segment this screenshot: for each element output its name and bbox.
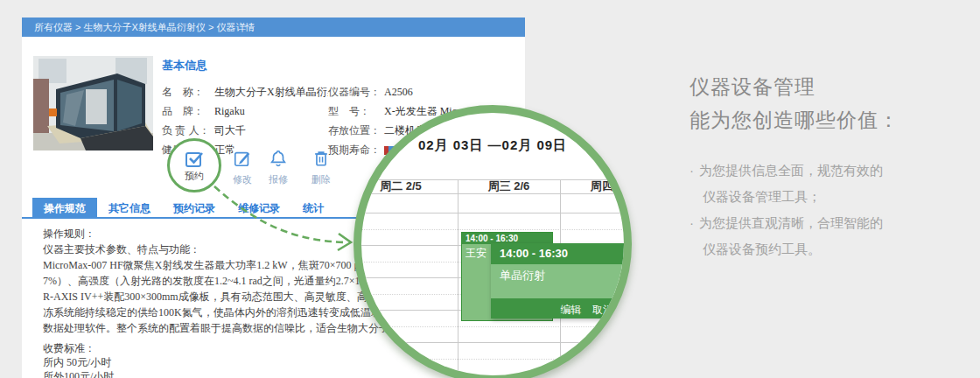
pricing-internal: 所内 50元/小时 [43,355,114,369]
bullet-2-line-2: 仪器设备预约工具。 [690,236,980,262]
model-label: 型 号： [328,104,384,119]
day-header-thu: 周四 2/7 [560,179,624,193]
bullet-2-line-1: ·为您提供直观清晰，合理智能的 [690,210,980,236]
day-header-tue: 周二 2/5 [361,179,458,193]
manager-label: 负 责 人： [162,123,214,138]
bell-icon [269,149,288,168]
pricing-block: 收费标准： 所内 50元/小时 所外100元/小时 [43,341,114,378]
panel-title-line1: 仪器设备管理 [690,70,980,103]
modify-button-label: 修改 [225,173,260,186]
reserve-button[interactable]: 预约 [167,138,221,192]
name-label: 名 称： [162,85,214,100]
delete-button-label: 删除 [304,173,339,186]
panel-title-line2: 能为您创造哪些价值： [690,103,980,136]
repair-button[interactable]: 报修 [261,149,296,186]
calendar-gridline [361,179,624,180]
popup-title: 单晶衍射 [491,264,624,298]
trash-icon [312,149,331,168]
bullet-1-line-2: 仪器设备管理工具； [690,184,980,210]
tab-other-info[interactable]: 其它信息 [97,198,162,217]
brand-value: Rigaku [214,105,328,118]
repair-button-label: 报修 [261,173,296,186]
pricing-external: 所外100元/小时 [43,369,114,378]
pricing-title: 收费标准： [43,341,114,355]
equipment-photo-image [33,56,153,150]
edit-icon [233,149,252,168]
bullet-1-line-1: ·为您提供信息全面，规范有效的 [690,158,980,184]
calendar-gridline [361,213,624,214]
code-value: A2506 [384,86,519,99]
event-popup: 14:00 - 16:30 单晶衍射 编辑 取消预约 [491,243,624,318]
section-title: 基本信息 [162,58,519,74]
brand-label: 品 牌： [162,104,214,119]
modify-button[interactable]: 修改 [225,149,260,186]
tab-maintenance-records[interactable]: 维修记录 [227,198,291,217]
calendar-gridline [361,326,624,327]
popup-edit-link[interactable]: 编辑 [561,304,582,316]
tab-operation-rules[interactable]: 操作规范 [32,198,97,217]
delete-button[interactable]: 删除 [304,149,339,186]
week-calendar: 02月 03日 —02月 09日 周二 2/5 周三 2/6 周四 2/7 14… [361,113,624,375]
day-header-wed: 周三 2/6 [458,179,560,193]
calendar-gridline [458,179,458,375]
reserve-button-label: 预约 [185,170,204,183]
calendar-gridline [361,193,624,194]
reservation-calendar-magnifier: 02月 03日 —02月 09日 周二 2/5 周三 2/6 周四 2/7 14… [354,105,632,378]
bullet-marker: · [690,163,694,178]
calendar-gridline [361,342,624,343]
tab-reservation-records[interactable]: 预约记录 [162,198,227,217]
popup-time: 14:00 - 16:30 [491,243,624,264]
breadcrumb[interactable]: 所有仪器 > 生物大分子X射线单晶衍射仪 > 仪器详情 [22,18,525,37]
manager-value: 司大千 [214,123,328,138]
value-proposition-panel: 仪器设备管理 能为您创造哪些价值： ·为您提供信息全面，规范有效的 仪器设备管理… [690,70,980,262]
location-label: 存放位置： [328,123,384,138]
check-square-icon [184,148,205,169]
popup-actions: 编辑 取消预约 [491,298,624,318]
tab-statistics[interactable]: 统计 [291,198,335,217]
equipment-photo [33,56,153,150]
calendar-gridline [361,229,624,230]
name-value: 生物大分子X射线单晶衍射仪 [214,85,328,100]
popup-cancel-link[interactable]: 取消预约 [592,304,624,316]
week-range: 02月 03日 —02月 09日 [361,137,624,154]
bullet-marker: · [690,215,694,230]
code-label: 仪器编号： [328,85,384,100]
info-row-name: 名 称： 生物大分子X射线单晶衍射仪 仪器编号： A2506 [162,82,519,102]
